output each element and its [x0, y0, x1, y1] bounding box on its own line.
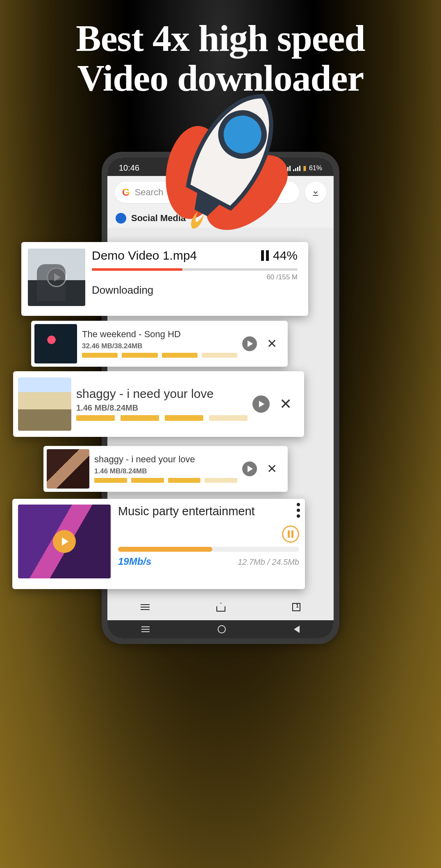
thumbnail[interactable]	[18, 505, 111, 578]
play-button[interactable]	[252, 395, 270, 413]
thumbnail[interactable]	[47, 449, 89, 489]
battery-icon: ▮	[303, 164, 307, 172]
size-meta: 60 /155 M	[92, 273, 298, 281]
play-icon	[47, 267, 66, 287]
download-card-weekend: The weekend - Song HD 32.46 MB/38.24MB ✕	[31, 321, 288, 367]
play-button[interactable]	[242, 461, 257, 476]
progress-bar[interactable]	[118, 547, 299, 552]
headline-line1: Best 4x high speed	[76, 17, 365, 59]
nav-back-icon[interactable]	[294, 626, 300, 633]
status-label: Downloading	[92, 284, 298, 297]
status-time: 10:46	[119, 163, 139, 173]
size-label: 12.7Mb / 24.5Mb	[238, 557, 299, 567]
size-label: 1.46 MB/8.24MB	[94, 467, 237, 475]
download-card-shaggy-1: shaggy - i need your love 1.46 MB/8.24MB…	[13, 371, 304, 437]
progress-bar	[94, 478, 237, 483]
download-card-demo: Demo Video 1.mp4 44% 60 /155 M Downloadi…	[21, 242, 308, 316]
app-bottom-bar	[107, 596, 334, 619]
file-title: shaggy - i need your love	[76, 387, 248, 401]
file-title: The weekend - Song HD	[82, 329, 237, 340]
progress-fill	[118, 547, 212, 552]
downloads-button[interactable]	[305, 182, 326, 203]
close-button[interactable]: ✕	[267, 463, 277, 475]
home-icon[interactable]	[216, 603, 225, 612]
close-button[interactable]: ✕	[267, 338, 277, 350]
download-icon	[311, 188, 320, 197]
speed-label: 19Mb/s	[118, 556, 151, 567]
close-button[interactable]: ✕	[280, 397, 292, 411]
menu-icon[interactable]	[141, 604, 150, 610]
percent-label: 44%	[273, 249, 298, 263]
pause-button[interactable]	[282, 525, 299, 543]
download-card-music-party: Music party entertainment 19Mb/s 12.7Mb …	[12, 499, 305, 589]
android-nav-bar	[107, 620, 334, 638]
file-title: Demo Video 1.mp4	[92, 249, 197, 263]
play-button[interactable]	[242, 336, 257, 351]
more-button[interactable]	[297, 503, 300, 518]
progress-bar	[76, 415, 248, 421]
file-title: Music party entertainment	[118, 505, 299, 518]
size-label: 1.46 MB/8.24MB	[76, 403, 248, 413]
status-battery: 61%	[309, 164, 322, 172]
nav-home-icon[interactable]	[218, 625, 226, 633]
progress-fill	[92, 268, 182, 271]
progress-bar[interactable]	[92, 268, 298, 271]
thumbnail[interactable]	[18, 377, 71, 431]
size-label: 32.46 MB/38.24MB	[82, 342, 237, 350]
play-icon	[53, 530, 76, 553]
thumbnail[interactable]	[34, 324, 77, 363]
section-dot-icon	[116, 213, 126, 224]
file-title: shaggy - i need your love	[94, 454, 237, 465]
nav-recents-icon[interactable]	[141, 626, 150, 632]
pause-button[interactable]	[261, 250, 269, 261]
progress-bar	[82, 353, 237, 358]
google-icon: G	[122, 187, 130, 198]
tabs-icon[interactable]	[292, 603, 300, 611]
download-card-shaggy-2: shaggy - i need your love 1.46 MB/8.24MB…	[43, 446, 288, 492]
thumbnail[interactable]	[28, 249, 85, 306]
